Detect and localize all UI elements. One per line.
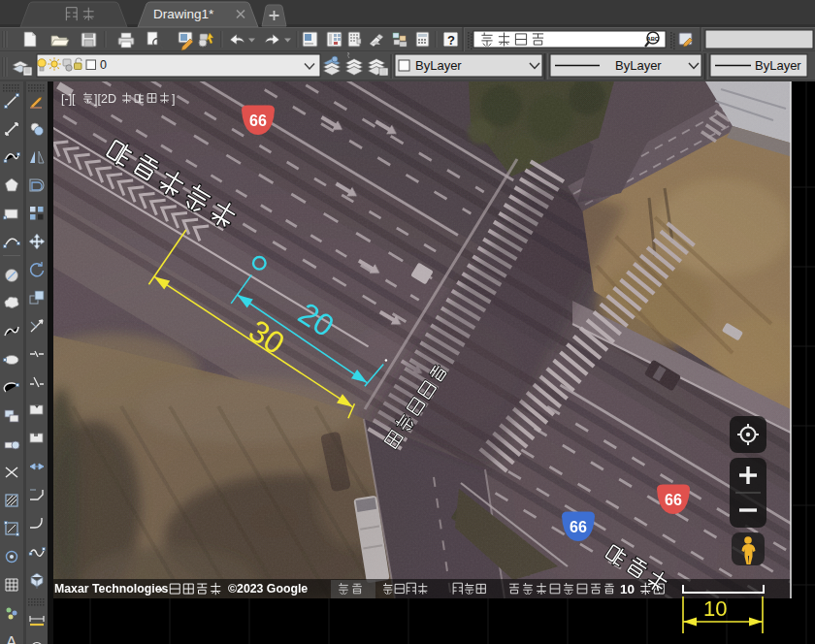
svg-text:66: 66 bbox=[249, 113, 267, 129]
svg-text:A: A bbox=[6, 633, 17, 644]
svg-text:0: 0 bbox=[100, 58, 107, 72]
svg-text:?: ? bbox=[447, 33, 455, 48]
svg-text:ABC: ABC bbox=[647, 36, 660, 42]
svg-text:ByLayer: ByLayer bbox=[415, 58, 462, 73]
svg-text:Drawing1*: Drawing1* bbox=[153, 7, 214, 21]
svg-text:©2023 Google: ©2023 Google bbox=[228, 582, 308, 596]
svg-text:]: ] bbox=[172, 92, 175, 106]
svg-text:66: 66 bbox=[570, 519, 587, 535]
svg-text:][2D: ][2D bbox=[94, 92, 116, 106]
svg-text:[-][: [-][ bbox=[61, 92, 76, 106]
svg-text:10: 10 bbox=[703, 596, 727, 621]
svg-text:Maxar Technologies: Maxar Technologies bbox=[54, 582, 168, 596]
svg-text:10: 10 bbox=[620, 582, 635, 596]
svg-text:66: 66 bbox=[665, 492, 682, 508]
svg-text:ByLayer: ByLayer bbox=[615, 58, 662, 73]
svg-text:ByLayer: ByLayer bbox=[755, 58, 801, 73]
